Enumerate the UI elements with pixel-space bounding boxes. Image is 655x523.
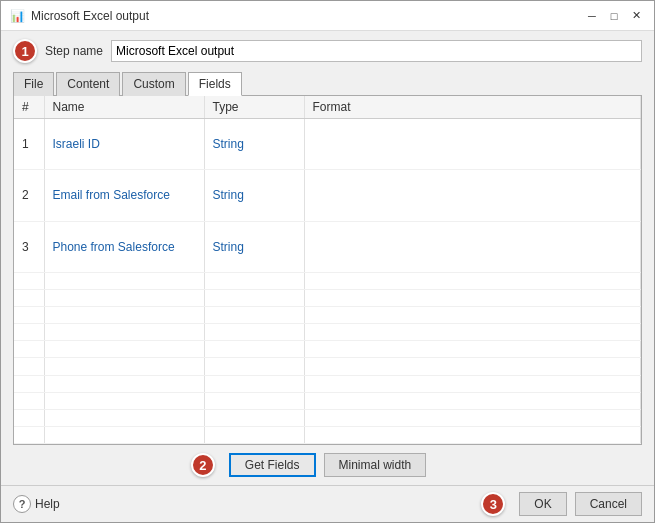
cell-type-1: String [204,119,304,170]
minimal-width-button[interactable]: Minimal width [324,453,427,477]
fields-table: # Name Type Format 1 Israeli ID String 2… [14,96,641,444]
table-row-empty [14,290,641,307]
tab-custom[interactable]: Custom [122,72,185,96]
title-bar-controls: ─ □ ✕ [582,6,646,26]
cell-name-2: Email from Salesforce [44,170,204,221]
cell-num-3: 3 [14,221,44,272]
help-icon: ? [13,495,31,513]
tab-fields[interactable]: Fields [188,72,242,96]
step-name-row: 1 Step name [1,31,654,71]
table-row: 1 Israeli ID String [14,119,641,170]
cell-type-2: String [204,170,304,221]
tab-content[interactable]: Content [56,72,120,96]
title-bar: 📊 Microsoft Excel output ─ □ ✕ [1,1,654,31]
cell-name-3: Phone from Salesforce [44,221,204,272]
badge-2-wrapper: 2 Get Fields [229,453,316,477]
footer-ok-cancel: 3 OK Cancel [519,492,642,516]
action-buttons-area: 2 Get Fields Minimal width [1,445,654,485]
ok-button[interactable]: OK [519,492,566,516]
footer: ? Help 3 OK Cancel [1,485,654,522]
cell-format-1 [304,119,641,170]
step-name-label: Step name [45,44,103,58]
cell-format-3 [304,221,641,272]
table-row: 3 Phone from Salesforce String [14,221,641,272]
cancel-button[interactable]: Cancel [575,492,642,516]
step-name-input[interactable] [111,40,642,62]
step-badge-3: 3 [481,492,505,516]
table-row-empty [14,358,641,375]
help-label: Help [35,497,60,511]
table-row-empty [14,307,641,324]
table-row-empty [14,409,641,426]
step-badge-1: 1 [13,39,37,63]
table-row-empty [14,341,641,358]
table-row-empty [14,375,641,392]
col-header-type: Type [204,96,304,119]
close-button[interactable]: ✕ [626,6,646,26]
help-button[interactable]: ? Help [13,495,60,513]
title-bar-left: 📊 Microsoft Excel output [9,8,149,24]
step-badge-2: 2 [191,453,215,477]
cell-num-2: 2 [14,170,44,221]
maximize-button[interactable]: □ [604,6,624,26]
cell-name-1: Israeli ID [44,119,204,170]
table-row-empty [14,392,641,409]
app-icon: 📊 [9,8,25,24]
main-window: 📊 Microsoft Excel output ─ □ ✕ 1 Step na… [0,0,655,523]
col-header-num: # [14,96,44,119]
cell-format-2 [304,170,641,221]
table-row: 2 Email from Salesforce String [14,170,641,221]
table-row-empty [14,324,641,341]
table-row-empty [14,272,641,289]
cell-type-3: String [204,221,304,272]
badge-1-wrapper: 1 [13,39,37,63]
col-header-format: Format [304,96,641,119]
cell-num-1: 1 [14,119,44,170]
main-content-area: # Name Type Format 1 Israeli ID String 2… [13,95,642,445]
window-title: Microsoft Excel output [31,9,149,23]
get-fields-button[interactable]: Get Fields [229,453,316,477]
col-header-name: Name [44,96,204,119]
tab-file[interactable]: File [13,72,54,96]
table-row-empty [14,426,641,443]
minimize-button[interactable]: ─ [582,6,602,26]
tabs-bar: File Content Custom Fields [1,71,654,95]
table-header-row: # Name Type Format [14,96,641,119]
